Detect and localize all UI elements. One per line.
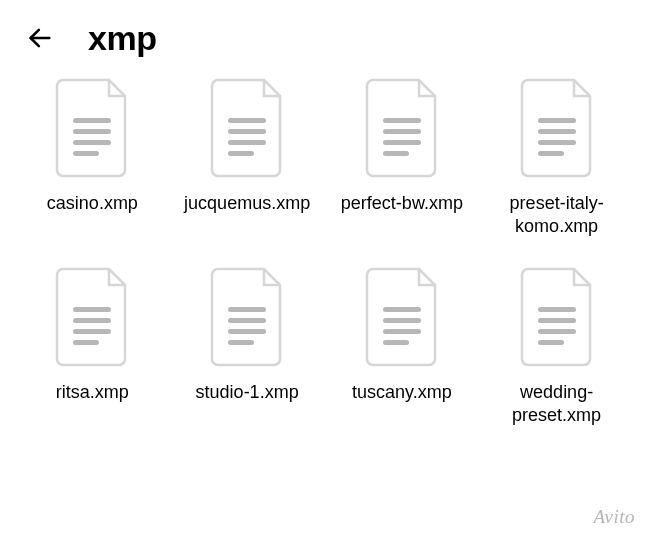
- svg-rect-30: [538, 318, 576, 323]
- document-file-icon: [53, 78, 131, 178]
- file-item[interactable]: jucquemus.xmp: [175, 78, 320, 237]
- header: xmp: [0, 0, 649, 68]
- file-item[interactable]: perfect-bw.xmp: [330, 78, 475, 237]
- file-label: casino.xmp: [47, 192, 138, 215]
- file-grid: casino.xmp jucquemus.xmp: [0, 68, 649, 426]
- document-file-icon: [363, 267, 441, 367]
- svg-rect-1: [73, 118, 111, 123]
- back-button[interactable]: [20, 18, 60, 58]
- svg-rect-15: [538, 140, 576, 145]
- svg-rect-28: [383, 340, 409, 345]
- file-label: ritsa.xmp: [56, 381, 129, 404]
- svg-rect-27: [383, 329, 421, 334]
- svg-rect-7: [228, 140, 266, 145]
- svg-rect-31: [538, 329, 576, 334]
- svg-rect-11: [383, 140, 421, 145]
- svg-rect-10: [383, 129, 421, 134]
- svg-rect-25: [383, 307, 421, 312]
- svg-rect-23: [228, 329, 266, 334]
- file-label: wedding-preset.xmp: [487, 381, 627, 426]
- document-file-icon: [518, 78, 596, 178]
- file-label: studio-1.xmp: [196, 381, 299, 404]
- svg-rect-16: [538, 151, 564, 156]
- file-item[interactable]: ritsa.xmp: [20, 267, 165, 426]
- document-file-icon: [208, 267, 286, 367]
- svg-rect-6: [228, 129, 266, 134]
- svg-rect-26: [383, 318, 421, 323]
- svg-rect-22: [228, 318, 266, 323]
- svg-rect-13: [538, 118, 576, 123]
- svg-rect-12: [383, 151, 409, 156]
- document-file-icon: [518, 267, 596, 367]
- svg-rect-9: [383, 118, 421, 123]
- page-title: xmp: [88, 19, 156, 58]
- document-file-icon: [208, 78, 286, 178]
- svg-rect-32: [538, 340, 564, 345]
- svg-rect-14: [538, 129, 576, 134]
- svg-rect-21: [228, 307, 266, 312]
- file-item[interactable]: casino.xmp: [20, 78, 165, 237]
- file-item[interactable]: preset-italy-komo.xmp: [484, 78, 629, 237]
- watermark: Avito: [593, 506, 635, 528]
- svg-rect-24: [228, 340, 254, 345]
- document-file-icon: [53, 267, 131, 367]
- file-label: jucquemus.xmp: [184, 192, 310, 215]
- file-item[interactable]: wedding-preset.xmp: [484, 267, 629, 426]
- arrow-left-icon: [26, 24, 54, 52]
- svg-rect-3: [73, 140, 111, 145]
- svg-rect-5: [228, 118, 266, 123]
- svg-rect-17: [73, 307, 111, 312]
- svg-rect-29: [538, 307, 576, 312]
- file-label: tuscany.xmp: [352, 381, 452, 404]
- file-item[interactable]: tuscany.xmp: [330, 267, 475, 426]
- svg-rect-20: [73, 340, 99, 345]
- file-label: perfect-bw.xmp: [341, 192, 463, 215]
- svg-rect-4: [73, 151, 99, 156]
- svg-rect-18: [73, 318, 111, 323]
- svg-rect-2: [73, 129, 111, 134]
- svg-rect-19: [73, 329, 111, 334]
- file-label: preset-italy-komo.xmp: [487, 192, 627, 237]
- svg-rect-8: [228, 151, 254, 156]
- file-item[interactable]: studio-1.xmp: [175, 267, 320, 426]
- document-file-icon: [363, 78, 441, 178]
